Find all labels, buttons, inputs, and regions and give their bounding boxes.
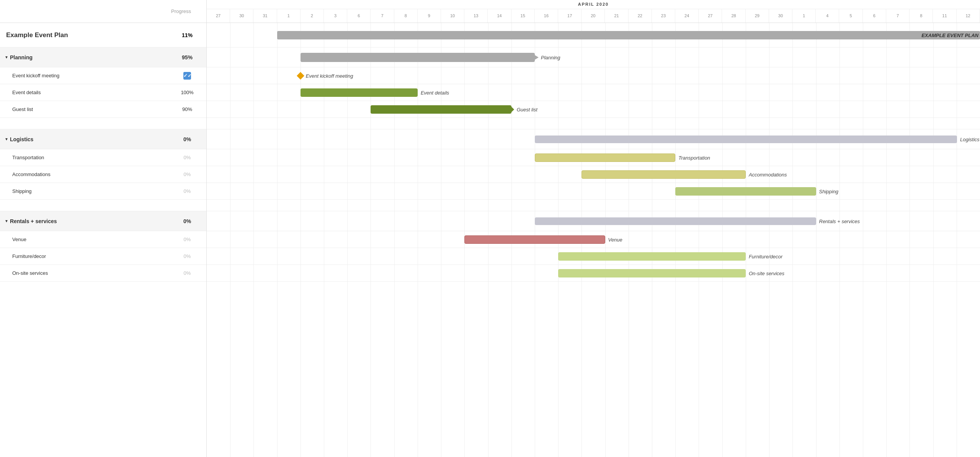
bar-logistics — [535, 135, 957, 144]
day-cell-28-22: 28 — [722, 9, 745, 23]
day-cell-1-3: 1 — [277, 9, 301, 23]
day-cell-9-9: 9 — [418, 9, 441, 23]
progress-val-0: 11% — [182, 32, 193, 38]
row-guest-list: Guest list 90% — [0, 101, 206, 118]
gantt-header: APRIL 2020 27303112367891013141516172021… — [207, 0, 980, 23]
progress-val-accommodations: 0% — [184, 171, 191, 177]
triangle-rentals: ▼ — [5, 219, 8, 223]
label-logistics: Logistics — [10, 136, 33, 142]
progress-example-event-plan: 11% — [168, 32, 206, 38]
row-bg-9 — [207, 183, 980, 200]
bar-onsite — [558, 269, 746, 277]
left-data-rows: Example Event Plan 11% ▼ Planning 95% — [0, 23, 206, 282]
row-onsite: On-site services 0% — [0, 265, 206, 282]
task-name-transportation: Transportation — [0, 155, 168, 160]
right-panel: APRIL 2020 27303112367891013141516172021… — [207, 0, 980, 457]
progress-val-planning: 95% — [182, 54, 193, 60]
label-guest-list: Guest list — [12, 106, 33, 112]
task-name-onsite: On-site services — [0, 270, 168, 276]
day-cell-6-28: 6 — [863, 9, 886, 23]
row-event-details: Event details 100% — [0, 84, 206, 101]
row-transportation: Transportation 0% — [0, 149, 206, 166]
day-cell-27-21: 27 — [699, 9, 722, 23]
day-cell-8-30: 8 — [910, 9, 933, 23]
progress-venue: 0% — [168, 237, 206, 242]
gantt-bars-area: EXAMPLE EVENT PLANPlanningEvent kickoff … — [207, 23, 980, 457]
bar-rentals — [535, 217, 816, 225]
label-furniture: Furniture/decor — [12, 253, 46, 259]
notch-planning — [535, 55, 539, 60]
label-transportation-gantt: Transportation — [678, 155, 710, 161]
day-cell-2-4: 2 — [301, 9, 324, 23]
day-cells: 2730311236789101314151617202122232427282… — [207, 9, 980, 23]
label-logistics-gantt: Logistics — [960, 137, 980, 142]
progress-shipping: 0% — [168, 188, 206, 194]
task-name-logistics: ▼ Logistics — [0, 136, 168, 142]
label-shipping: Shipping — [12, 188, 32, 194]
col-progress-header: Progress — [162, 8, 200, 14]
day-cell-15-13: 15 — [511, 9, 535, 23]
day-cell-30-1: 30 — [230, 9, 253, 23]
row-logistics: ▼ Logistics 0% — [0, 129, 206, 149]
row-planning: ▼ Planning 95% — [0, 47, 206, 67]
spacer-2 — [0, 200, 206, 211]
progress-event-details: 100% — [168, 90, 206, 95]
progress-accommodations: 0% — [168, 171, 206, 177]
bar-guest-list — [371, 105, 511, 114]
day-cell-20-16: 20 — [581, 9, 605, 23]
bar-planning — [301, 53, 535, 62]
label-rentals: Rentals + services — [10, 218, 57, 224]
checkmark: ✓ — [183, 73, 188, 78]
label-planning: Planning — [541, 55, 560, 60]
row-bg-4 — [207, 101, 980, 118]
progress-val-guest-list: 90% — [182, 106, 192, 112]
day-cell-27-0: 27 — [207, 9, 230, 23]
row-event-kickoff: Event kickoff meeting ✓ — [0, 67, 206, 84]
day-cell-24-20: 24 — [675, 9, 699, 23]
triangle-logistics: ▼ — [5, 137, 8, 141]
row-furniture: Furniture/decor 0% — [0, 248, 206, 265]
triangle-planning: ▼ — [5, 55, 8, 59]
progress-val-transportation: 0% — [184, 155, 191, 160]
task-name-rentals: ▼ Rentals + services — [0, 218, 168, 224]
left-header: Progress — [0, 0, 206, 23]
day-cell-30-24: 30 — [769, 9, 792, 23]
day-cell-17-15: 17 — [558, 9, 581, 23]
day-cell-8-8: 8 — [394, 9, 418, 23]
task-name-venue: Venue — [0, 237, 168, 242]
label-rentals-gantt: Rentals + services — [819, 219, 860, 224]
row-venue: Venue 0% — [0, 231, 206, 248]
progress-val-onsite: 0% — [184, 270, 191, 276]
progress-logistics: 0% — [168, 136, 206, 142]
progress-kickoff: ✓ — [168, 72, 206, 80]
progress-rentals: 0% — [168, 218, 206, 224]
bar-shipping — [675, 187, 816, 196]
day-cell-10-10: 10 — [441, 9, 464, 23]
bar-accommodations — [581, 170, 745, 179]
label-main: EXAMPLE EVENT PLAN — [921, 33, 978, 38]
progress-val-rentals: 0% — [183, 218, 191, 224]
spacer-1 — [0, 118, 206, 129]
row-accommodations: Accommodations 0% — [0, 166, 206, 183]
progress-transportation: 0% — [168, 155, 206, 160]
day-cell-5-27: 5 — [839, 9, 862, 23]
progress-val-shipping: 0% — [184, 188, 191, 194]
label-accommodations-gantt: Accommodations — [749, 172, 787, 178]
label-kickoff: Event kickoff meeting — [12, 73, 59, 78]
month-row: APRIL 2020 — [207, 0, 980, 9]
day-cell-11-31: 11 — [933, 9, 956, 23]
task-name-example-event-plan: Example Event Plan — [0, 31, 168, 39]
progress-onsite: 0% — [168, 270, 206, 276]
label-planning: Planning — [10, 54, 33, 60]
checkbox-kickoff[interactable]: ✓ — [183, 72, 191, 80]
bar-venue — [464, 235, 605, 244]
gantt-container: Progress Example Event Plan 11% ▼ Planni… — [0, 0, 980, 457]
day-cell-21-17: 21 — [605, 9, 628, 23]
label-accommodations: Accommodations — [12, 171, 51, 177]
task-name-furniture: Furniture/decor — [0, 253, 168, 259]
bar-event-details — [301, 88, 418, 97]
progress-planning: 95% — [168, 54, 206, 60]
label-onsite-gantt: On-site services — [749, 271, 784, 276]
day-cell-7-29: 7 — [886, 9, 910, 23]
label-event-details: Event details — [12, 90, 41, 95]
